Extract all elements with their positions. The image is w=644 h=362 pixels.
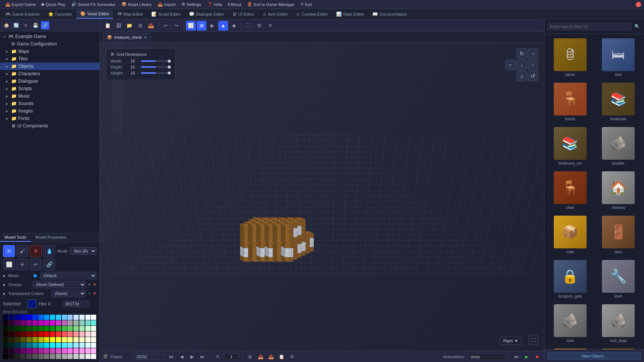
color-cell[interactable]	[56, 354, 61, 359]
color-cell[interactable]	[62, 337, 67, 342]
menu-exit[interactable]: ✕ Exit	[298, 1, 314, 7]
menu-import[interactable]: 📥 Import	[155, 1, 178, 7]
color-cell[interactable]	[44, 348, 49, 353]
color-cell[interactable]	[85, 331, 91, 337]
vp-fill-button[interactable]: ◆	[229, 21, 239, 31]
color-cell[interactable]	[44, 331, 49, 337]
active-viewport-tab[interactable]: 📦 treasure_chest ✕	[103, 33, 151, 41]
color-cell[interactable]	[56, 320, 61, 326]
color-cell[interactable]	[32, 348, 38, 353]
color-cell[interactable]	[73, 348, 79, 353]
asset-item-boulder[interactable]: 🪨 boulder	[596, 126, 641, 167]
color-cell[interactable]	[50, 326, 55, 331]
color-cell[interactable]	[32, 354, 38, 359]
color-cell[interactable]	[9, 343, 14, 348]
color-cell[interactable]	[9, 337, 14, 342]
color-cell[interactable]	[85, 354, 91, 359]
menu-export-game[interactable]: 📤 Export Game	[3, 1, 38, 7]
color-cell[interactable]	[73, 343, 79, 348]
color-cell[interactable]	[85, 343, 91, 348]
tree-item-music[interactable]: ▶ 📁 Music	[0, 92, 100, 100]
asset-item-bookcase[interactable]: 📚 bookcase	[596, 81, 641, 123]
color-cell[interactable]	[26, 343, 32, 348]
color-cell[interactable]	[44, 315, 49, 320]
color-cell[interactable]	[73, 331, 79, 337]
window-close-button[interactable]	[636, 2, 641, 7]
color-cell[interactable]	[79, 315, 85, 320]
color-cell[interactable]	[20, 343, 26, 348]
search-icon-button[interactable]: 🔍	[633, 22, 641, 31]
color-cell[interactable]	[9, 348, 14, 353]
color-cell[interactable]	[26, 326, 32, 331]
color-cell[interactable]	[85, 337, 91, 342]
color-cell[interactable]	[50, 354, 55, 359]
model-properties-tab[interactable]: Model Properties	[31, 234, 71, 242]
color-cell[interactable]	[15, 337, 20, 342]
color-cell[interactable]	[56, 348, 61, 353]
color-cell[interactable]	[50, 320, 55, 326]
tree-item-fonts[interactable]: ▶ 📁 Fonts	[0, 115, 100, 122]
color-cell[interactable]	[15, 343, 20, 348]
frame-grid-button[interactable]: ⊞	[246, 353, 254, 361]
color-cell[interactable]	[85, 320, 91, 326]
vp-grid-mode-button[interactable]: ⊞	[197, 21, 206, 31]
color-cell[interactable]	[91, 320, 96, 326]
tool-paint[interactable]: 🖌	[16, 245, 28, 257]
color-cell[interactable]	[50, 348, 55, 353]
sidebar-link-button[interactable]: 🔗	[41, 21, 49, 29]
tree-item-characters[interactable]: ▶ 📁 Characters	[0, 70, 100, 77]
tab-stats-editor[interactable]: 📊 Stats Editor	[332, 10, 368, 18]
color-cell[interactable]	[26, 320, 32, 326]
color-cell[interactable]	[85, 315, 91, 320]
color-cell[interactable]	[73, 326, 79, 331]
color-cell[interactable]	[79, 320, 85, 326]
color-cell[interactable]	[91, 337, 96, 342]
color-cell[interactable]	[62, 320, 67, 326]
hex-input[interactable]	[63, 301, 89, 307]
color-cell[interactable]	[3, 320, 8, 326]
tab-close-button[interactable]: ✕	[144, 35, 147, 39]
tab-item-editor[interactable]: ⚔ Item Editor	[259, 10, 291, 18]
fullscreen-button[interactable]: ⛶	[528, 335, 538, 345]
asset-item-lever[interactable]: 🔧 lever	[596, 258, 641, 300]
color-cell[interactable]	[79, 348, 85, 353]
frame-settings-button[interactable]: ⚙	[288, 353, 296, 361]
color-cell[interactable]	[67, 320, 73, 326]
color-cell[interactable]	[56, 326, 61, 331]
color-cell[interactable]	[3, 337, 8, 342]
color-cell[interactable]	[32, 326, 38, 331]
color-cell[interactable]	[50, 343, 55, 348]
color-cell[interactable]	[44, 354, 49, 359]
vp-home-button[interactable]: 📋	[103, 21, 113, 31]
frame-export-button[interactable]: 📤	[256, 353, 265, 361]
tab-ui-editor[interactable]: 🖥 UI Editor	[228, 10, 258, 18]
vp-render-button[interactable]: ▶	[208, 21, 217, 31]
tool-link[interactable]: 🔗	[43, 258, 55, 270]
tool-add-voxel[interactable]: +	[3, 245, 15, 257]
mesh-dropdown[interactable]: Default	[40, 272, 97, 279]
color-cell[interactable]	[79, 326, 85, 331]
color-cell[interactable]	[15, 331, 20, 337]
color-cell[interactable]	[38, 315, 44, 320]
frame-first-button[interactable]: ⏮	[167, 353, 175, 361]
color-cell[interactable]	[79, 343, 85, 348]
color-cell[interactable]	[9, 320, 14, 326]
nav-up-button[interactable]: ↑	[528, 60, 538, 70]
color-cell[interactable]	[20, 331, 26, 337]
vp-settings-button[interactable]: ⚙	[255, 21, 264, 31]
model-tools-tab[interactable]: Model Tools	[0, 234, 31, 242]
color-cell[interactable]	[62, 326, 67, 331]
color-cell[interactable]	[20, 315, 26, 320]
tab-map-editor[interactable]: 🗺 Map Editor	[114, 10, 147, 18]
frame-last-button[interactable]: ⏭	[198, 353, 206, 361]
color-cell[interactable]	[73, 315, 79, 320]
tab-combat-editor[interactable]: ⚔ Combat Editor	[292, 10, 331, 18]
color-cell[interactable]	[15, 326, 20, 331]
color-cell[interactable]	[91, 326, 96, 331]
color-cell[interactable]	[32, 337, 38, 342]
color-cell[interactable]	[56, 343, 61, 348]
color-cell[interactable]	[73, 354, 79, 359]
transparent-dropdown[interactable]: (None)	[51, 290, 86, 297]
color-cell[interactable]	[67, 315, 73, 320]
frame-import-button[interactable]: 📥	[267, 353, 275, 361]
